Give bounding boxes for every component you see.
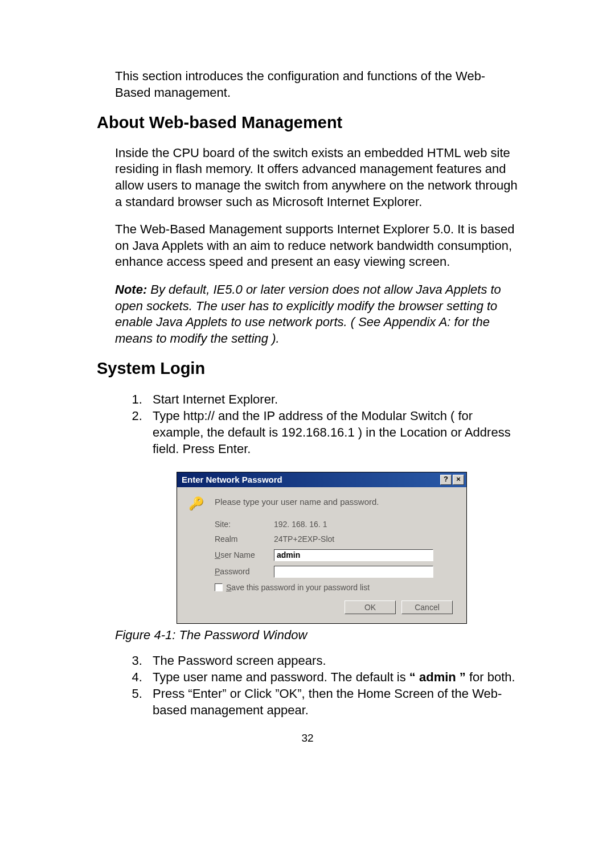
save-password-checkbox[interactable] xyxy=(215,583,223,591)
username-label: User Name xyxy=(215,550,274,560)
note-body: By default, IE5.0 or later version does … xyxy=(115,282,501,345)
keys-icon: 🔑 xyxy=(187,495,204,512)
site-label: Site: xyxy=(215,519,274,529)
figure-caption: Figure 4-1: The Password Window xyxy=(115,627,518,644)
about-para-1: Inside the CPU board of the switch exist… xyxy=(115,145,518,210)
password-dialog-figure: Enter Network Password ? × 🔑 Please type… xyxy=(177,472,467,624)
step-4: Type user name and password. The default… xyxy=(146,669,518,685)
site-value: 192. 168. 16. 1 xyxy=(274,519,455,529)
help-button[interactable]: ? xyxy=(440,475,452,485)
note-label: Note: xyxy=(115,282,147,297)
about-note: Note: By default, IE5.0 or later version… xyxy=(115,282,518,347)
page-number: 32 xyxy=(97,731,518,746)
step-2: Type http:// and the IP address of the M… xyxy=(146,408,518,457)
dialog-window: Enter Network Password ? × 🔑 Please type… xyxy=(177,472,467,624)
intro-text: This section introduces the configuratio… xyxy=(115,68,518,101)
heading-system-login: System Login xyxy=(97,358,518,380)
password-input[interactable] xyxy=(274,566,433,578)
close-button[interactable]: × xyxy=(453,475,464,485)
realm-label: Realm xyxy=(215,534,274,544)
username-input[interactable] xyxy=(274,549,433,561)
save-password-label: Save this password in your password list xyxy=(226,582,370,593)
dialog-instruction: Please type your user name and password. xyxy=(215,496,379,508)
about-para-2: The Web-Based Management supports Intern… xyxy=(115,221,518,270)
realm-value: 24TP+2EXP-Slot xyxy=(274,534,455,544)
heading-about: About Web-based Management xyxy=(97,112,518,134)
step-5: Press “Enter” or Click ”OK”, then the Ho… xyxy=(146,685,518,718)
dialog-titlebar: Enter Network Password ? × xyxy=(177,472,466,487)
ok-button[interactable]: OK xyxy=(345,600,396,614)
step-3: The Password screen appears. xyxy=(146,652,518,669)
step-1: Start Internet Explorer. xyxy=(146,391,518,408)
cancel-button[interactable]: Cancel xyxy=(401,600,453,614)
password-label: Password xyxy=(215,566,274,577)
dialog-title: Enter Network Password xyxy=(179,474,282,486)
